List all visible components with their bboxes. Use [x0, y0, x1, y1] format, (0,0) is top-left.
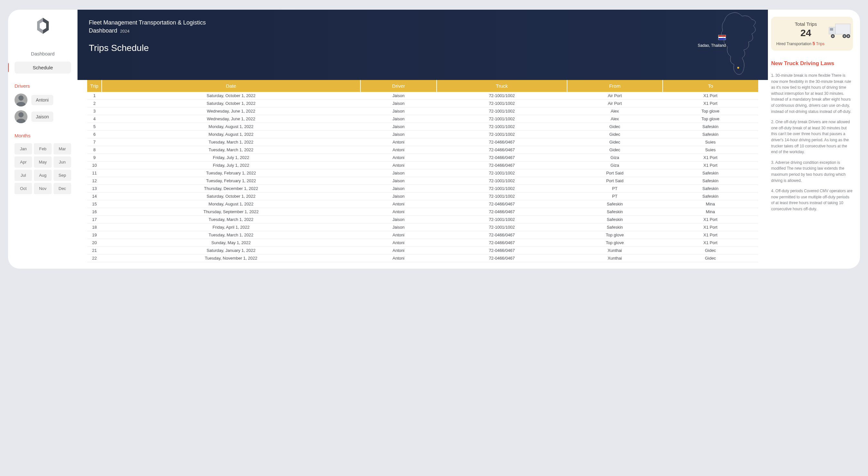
nav-dashboard[interactable]: Dashboard [14, 48, 71, 60]
cell: Saturday, October 1, 2022 [102, 193, 361, 200]
svg-point-1 [19, 112, 24, 117]
table-row[interactable]: 19Tuesday, March 1, 2022Antoni72-0466/04… [87, 231, 758, 239]
month-apr[interactable]: Apr [14, 157, 32, 168]
cell: 72-0466/0467 [437, 138, 567, 146]
driver-row[interactable]: Antoni [14, 94, 71, 106]
table-row[interactable]: 16Thursday, September 1, 2022Antoni72-04… [87, 208, 758, 216]
cell: 72-1001/1002 [437, 115, 567, 123]
avatar [14, 110, 27, 123]
table-row[interactable]: 15Monday, August 1, 2022Antoni72-0466/04… [87, 200, 758, 208]
cell: 72-1001/1002 [437, 193, 567, 200]
logo [14, 18, 71, 36]
svg-rect-5 [830, 28, 833, 31]
cell: Tuesday, February 1, 2022 [102, 177, 361, 185]
table-row[interactable]: 7Tuesday, March 1, 2022Antoni72-0466/046… [87, 138, 758, 146]
cell: 7 [87, 138, 102, 146]
cell: Xunthai [567, 247, 662, 254]
cell: Mina [662, 200, 758, 208]
table-row[interactable]: 5Monday, August 1, 2022Jaison72-1001/100… [87, 123, 758, 131]
cell: 72-0466/0467 [437, 208, 567, 216]
cell: Tuesday, March 1, 2022 [102, 138, 361, 146]
table-row[interactable]: 17Tuesday, March 1, 2022Jaison72-1001/10… [87, 216, 758, 224]
cell: Top glove [567, 231, 662, 239]
table-row[interactable]: 13Thursday, December 1, 2022Jaison72-100… [87, 185, 758, 193]
cell: Safeskin [567, 200, 662, 208]
month-dec[interactable]: Dec [54, 183, 71, 194]
table-row[interactable]: 11Tuesday, February 1, 2022Jaison72-1001… [87, 169, 758, 177]
cell: Safeskin [662, 193, 758, 200]
table-row[interactable]: 8Tuesday, March 1, 2022Antoni72-0466/046… [87, 146, 758, 154]
month-jul[interactable]: Jul [14, 170, 32, 181]
table-row[interactable]: 10Friday, July 1, 2022Antoni72-0466/0467… [87, 162, 758, 169]
cell: Antoni [361, 231, 437, 239]
table-row[interactable]: 14Saturday, October 1, 2022Jaison72-1001… [87, 193, 758, 200]
cell: 72-0466/0467 [437, 200, 567, 208]
month-may[interactable]: May [34, 157, 51, 168]
month-feb[interactable]: Feb [34, 143, 51, 155]
driver-row[interactable]: Jaison [14, 110, 71, 123]
laws-paragraph: 4. Off-duty periods Covered CMV operator… [771, 188, 853, 212]
cell: Giza [567, 154, 662, 162]
header-title-line2: Dashboard 2024 [89, 27, 756, 35]
cell: Air Port [567, 100, 662, 107]
cell: 15 [87, 200, 102, 208]
table-row[interactable]: 9Friday, July 1, 2022Antoni72-0466/0467G… [87, 154, 758, 162]
cell: Antoni [361, 154, 437, 162]
cell: Friday, July 1, 2022 [102, 162, 361, 169]
month-sep[interactable]: Sep [54, 170, 71, 181]
cell: Safeskin [662, 169, 758, 177]
cell: Safeskin [567, 208, 662, 216]
table-row[interactable]: 1Saturday, October 1, 2022Jaison72-1001/… [87, 92, 758, 100]
table-row[interactable]: 6Monday, August 1, 2022Jaison72-1001/100… [87, 131, 758, 138]
logo-icon [36, 18, 50, 36]
cell: 72-1001/1002 [437, 131, 567, 138]
driver-name-badge: Jaison [31, 111, 53, 122]
cell: 72-1001/1002 [437, 92, 567, 100]
cell: Gidec [567, 123, 662, 131]
cell: Tuesday, March 1, 2022 [102, 146, 361, 154]
month-jan[interactable]: Jan [14, 143, 32, 155]
cell: 21 [87, 247, 102, 254]
app-shell: Dashboard Schedule Drivers AntoniJaison … [8, 10, 860, 269]
cell: Wednesday, June 1, 2022 [102, 115, 361, 123]
cell: Suies [662, 146, 758, 154]
cell: Tuesday, March 1, 2022 [102, 216, 361, 224]
table-row[interactable]: 22Tuesday, November 1, 2022Antoni72-0466… [87, 254, 758, 262]
cell: Gidec [662, 247, 758, 254]
table-row[interactable]: 2Saturday, October 1, 2022Jaison72-1001/… [87, 100, 758, 107]
table-row[interactable]: 3Wednesday, June 1, 2022Jaison72-1001/10… [87, 107, 758, 115]
location-box: Sadao, Thailand [698, 35, 726, 48]
cell: 4 [87, 115, 102, 123]
table-row[interactable]: 12Tuesday, February 1, 2022Jaison72-1001… [87, 177, 758, 185]
month-oct[interactable]: Oct [14, 183, 32, 194]
month-aug[interactable]: Aug [34, 170, 51, 181]
cell: 72-0466/0467 [437, 146, 567, 154]
table-row[interactable]: 4Wednesday, June 1, 2022Jaison72-1001/10… [87, 115, 758, 123]
cell: Sunday, May 1, 2022 [102, 239, 361, 247]
month-mar[interactable]: Mar [54, 143, 71, 155]
cell: 17 [87, 216, 102, 224]
col-header: Driver [361, 80, 437, 92]
cell: Alex [567, 107, 662, 115]
col-header: From [567, 80, 662, 92]
nav-schedule[interactable]: Schedule [14, 62, 71, 73]
thailand-flag-icon [718, 35, 726, 40]
table-row[interactable]: 20Sunday, May 1, 2022Antoni72-0466/0467T… [87, 239, 758, 247]
cell: 5 [87, 123, 102, 131]
page-title: Trips Schedule [89, 43, 756, 53]
cell: Antoni [361, 146, 437, 154]
cell: Antoni [361, 239, 437, 247]
month-nov[interactable]: Nov [34, 183, 51, 194]
table-row[interactable]: 21Saturday, January 1, 2022Antoni72-0466… [87, 247, 758, 254]
cell: 72-1001/1002 [437, 169, 567, 177]
cell: X1 Port [662, 92, 758, 100]
cell: Monday, August 1, 2022 [102, 123, 361, 131]
table-row[interactable]: 18Friday, April 1, 2022Jaison72-1001/100… [87, 224, 758, 231]
cell: Saturday, October 1, 2022 [102, 100, 361, 107]
cell: Antoni [361, 247, 437, 254]
month-jun[interactable]: Jun [54, 157, 71, 168]
cell: 20 [87, 239, 102, 247]
cell: X1 Port [662, 224, 758, 231]
truck-icon [828, 23, 851, 39]
col-header: Truck [437, 80, 567, 92]
